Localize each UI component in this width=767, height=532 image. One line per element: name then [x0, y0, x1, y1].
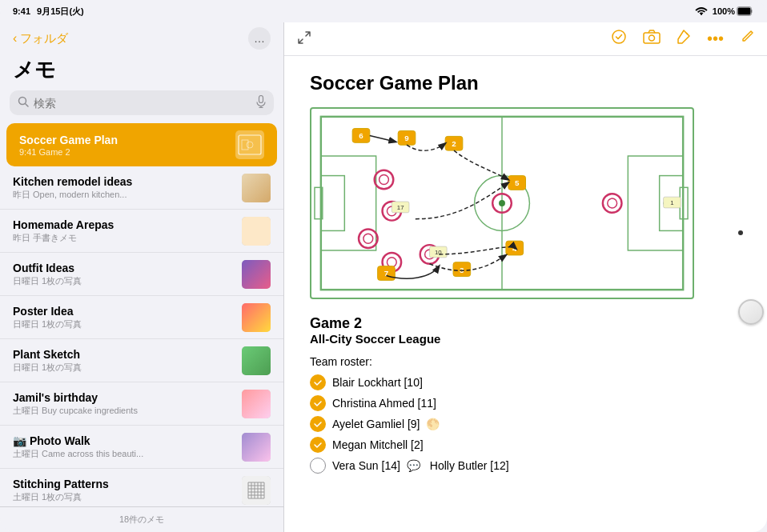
note-heading: Soccer Game Plan: [310, 72, 741, 94]
game-title: Game 2: [310, 315, 741, 332]
checkmark-icon[interactable]: [611, 29, 627, 49]
side-dot: [738, 230, 743, 235]
detail-toolbar: •••: [284, 22, 767, 56]
battery-icon: 100%: [713, 6, 754, 16]
note-item-soccer[interactable]: Soccer Game Plan 9:41 Game 2: [6, 123, 277, 166]
search-bar[interactable]: [10, 90, 274, 115]
roster-item-1: Blair Lockhart [10]: [310, 374, 741, 390]
note-item-kitchen[interactable]: Kitchen remodel ideas 昨日 Open, modern ki…: [0, 166, 283, 210]
note-thumb-birthday: [242, 390, 271, 418]
note-title: Soccer Game Plan: [19, 134, 229, 146]
svg-point-9: [247, 142, 253, 148]
check-icon-4: [310, 437, 326, 453]
note-title: Homemade Arepas: [13, 218, 235, 231]
note-item-birthday[interactable]: Jamil's birthday 土曜日 Buy cupcake ingredi…: [0, 382, 283, 426]
sidebar-more-button[interactable]: …: [248, 27, 271, 50]
sidebar-title: メモ: [0, 53, 283, 90]
search-icon: [18, 96, 29, 110]
note-item-poster[interactable]: Poster Idea 日曜日 1枚の写真: [0, 296, 283, 339]
resize-icon[interactable]: [297, 30, 311, 48]
note-meta: 日曜日 1枚の写真: [13, 362, 235, 374]
home-button-area: [738, 230, 764, 325]
notes-list: Soccer Game Plan 9:41 Game 2 Kitchen rem…: [0, 123, 283, 506]
note-meta: 土曜日 Came across this beauti...: [13, 448, 235, 460]
svg-text:9: 9: [404, 134, 409, 142]
check-icon-2: [310, 395, 326, 411]
note-title: Plant Sketch: [13, 348, 235, 361]
sidebar-nav: ‹ フォルダ …: [0, 22, 283, 53]
svg-point-24: [649, 35, 654, 41]
note-thumb-outfit: [242, 260, 271, 289]
svg-text:17: 17: [397, 204, 404, 211]
note-item-outfit[interactable]: Outfit Ideas 日曜日 1枚の写真: [0, 253, 283, 296]
game-info: Game 2 All-City Soccer League: [310, 315, 741, 346]
note-thumb-plant: [242, 346, 271, 375]
note-title: Jamil's birthday: [13, 391, 235, 404]
camera-icon[interactable]: [643, 30, 661, 48]
pencil-a-icon[interactable]: [677, 29, 691, 49]
soccer-field-container: 6 9 2 5: [310, 107, 694, 299]
roster-item-2: Christina Ahmed [11]: [310, 395, 741, 411]
home-button[interactable]: [738, 299, 764, 325]
svg-point-22: [612, 30, 625, 43]
svg-rect-1: [738, 8, 751, 15]
roster-name-4: Megan Mitchell [2]: [332, 438, 424, 451]
note-title: Stitching Patterns: [13, 478, 235, 490]
sidebar: ‹ フォルダ … メモ Soccer Game Plan 9:41 Game: [0, 22, 284, 532]
roster-item-5: Vera Sun [14] 💬 Holly Butler [12]: [310, 458, 741, 474]
note-thumb-arepas: [242, 217, 271, 246]
roster-name-2: Christina Ahmed [11]: [332, 397, 436, 410]
svg-text:2: 2: [452, 139, 456, 148]
back-chevron-icon: ‹: [13, 31, 17, 46]
note-item-arepas[interactable]: Homemade Arepas 昨日 手書きメモ: [0, 210, 283, 253]
note-meta: 日曜日 1枚の写真: [13, 275, 235, 287]
note-thumb-stitch: [242, 476, 271, 505]
roster-name-5: Vera Sun [14]: [332, 459, 400, 472]
svg-point-64: [499, 200, 505, 206]
svg-rect-23: [644, 33, 660, 43]
sidebar-footer: 18件のメモ: [0, 506, 283, 532]
detail-content: Soccer Game Plan: [284, 56, 767, 532]
mic-icon[interactable]: [256, 95, 266, 110]
roster-item-3: Ayelet Gamliel [9] 🌕: [310, 416, 741, 432]
battery-label: 100%: [713, 6, 735, 16]
svg-line-3: [26, 104, 29, 107]
note-meta: 土曜日 Buy cupcake ingredients: [13, 405, 235, 417]
soccer-field: 6 9 2 5: [310, 107, 694, 299]
svg-rect-8: [242, 140, 248, 150]
roster-name-1: Blair Lockhart [10]: [332, 376, 423, 389]
game-subtitle: All-City Soccer League: [310, 332, 741, 346]
more-icon[interactable]: •••: [707, 30, 724, 48]
note-meta: 9:41 Game 2: [19, 147, 229, 157]
svg-text:3: 3: [460, 266, 464, 274]
status-time: 9:41: [13, 6, 30, 16]
emoji-bubble: 💬: [407, 459, 420, 472]
note-title: Poster Idea: [13, 305, 235, 318]
note-title: Outfit Ideas: [13, 262, 235, 274]
note-title: Kitchen remodel ideas: [13, 175, 235, 188]
wifi-icon: [695, 6, 708, 17]
note-meta: 土曜日 1枚の写真: [13, 491, 235, 503]
back-button[interactable]: ‹ フォルダ: [13, 31, 68, 46]
roster-name-3: Ayelet Gamliel [9]: [332, 418, 420, 430]
note-meta: 昨日 手書きメモ: [13, 232, 235, 244]
roster-name-holly: Holly Butler [12]: [430, 459, 509, 472]
note-thumb-poster: [242, 303, 271, 332]
search-input[interactable]: [34, 97, 251, 110]
compose-icon[interactable]: [740, 30, 754, 48]
ellipsis-icon: …: [254, 32, 265, 45]
note-title: 📷 Photo Walk: [13, 434, 235, 447]
svg-text:1: 1: [670, 199, 673, 206]
detail-panel: ••• Soccer Game Plan: [284, 22, 767, 532]
note-meta: 日曜日 1枚の写真: [13, 318, 235, 330]
note-item-stitching[interactable]: Stitching Patterns 土曜日 1枚の写真: [0, 469, 283, 506]
note-thumb-soccer: [235, 130, 264, 159]
notes-count: 18件のメモ: [119, 514, 164, 524]
note-item-plant[interactable]: Plant Sketch 日曜日 1枚の写真: [0, 339, 283, 382]
status-date: 9月15日(火): [37, 6, 84, 18]
note-item-photowalk[interactable]: 📷 Photo Walk 土曜日 Came across this beauti…: [0, 426, 283, 469]
back-label: フォルダ: [20, 31, 68, 46]
uncheck-icon-5: [310, 458, 326, 474]
status-bar: 9:41 9月15日(火) 100%: [0, 0, 767, 22]
svg-rect-4: [259, 96, 263, 103]
